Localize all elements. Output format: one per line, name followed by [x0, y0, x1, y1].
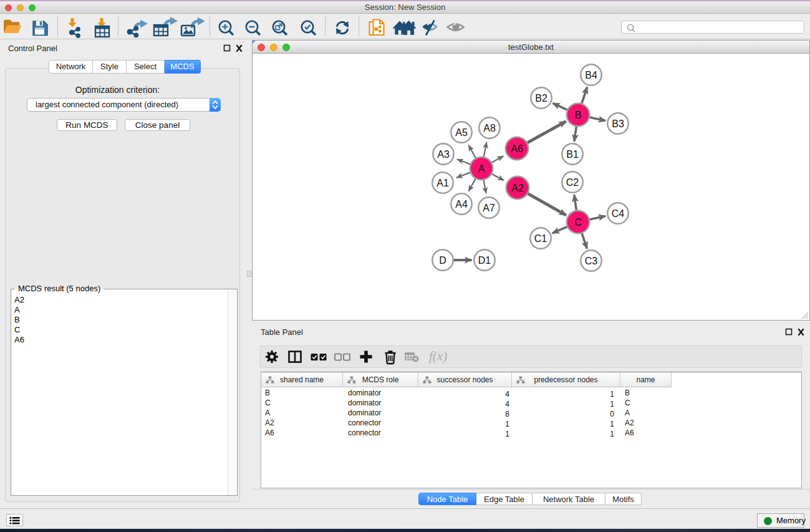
svg-text:B: B	[575, 110, 582, 120]
svg-text:A3: A3	[437, 149, 450, 160]
svg-text:C3: C3	[585, 256, 598, 266]
svg-text:A6: A6	[511, 143, 523, 154]
svg-text:C1: C1	[534, 233, 547, 244]
svg-text:B4: B4	[585, 70, 597, 80]
svg-text:C: C	[574, 217, 582, 228]
svg-text:A1: A1	[436, 178, 449, 188]
svg-text:f(x): f(x)	[429, 350, 447, 364]
svg-text:B3: B3	[612, 118, 624, 129]
svg-text:C4: C4	[612, 208, 625, 219]
svg-text:A4: A4	[455, 199, 468, 210]
svg-text:B1: B1	[566, 149, 579, 160]
svg-text:D: D	[439, 255, 446, 266]
svg-text:A5: A5	[455, 127, 468, 138]
svg-text:C2: C2	[566, 177, 579, 188]
svg-text:A: A	[478, 163, 485, 174]
svg-text:A7: A7	[483, 203, 495, 213]
svg-text:D1: D1	[478, 255, 491, 266]
svg-text:A8: A8	[483, 123, 496, 133]
svg-text:A2: A2	[511, 183, 524, 193]
svg-text:B2: B2	[535, 93, 547, 104]
